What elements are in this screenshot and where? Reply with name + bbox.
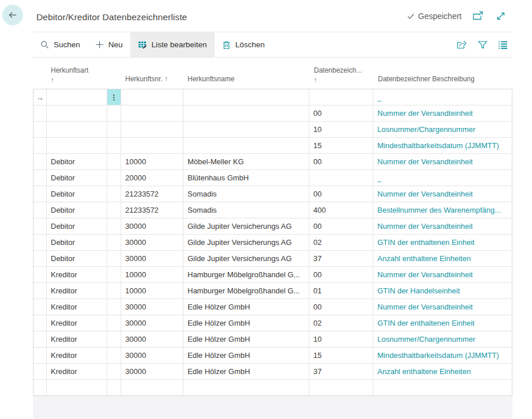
cell-datenbezeichner[interactable]: 15 [309,138,373,154]
cell-herkunftsname[interactable] [183,89,309,105]
cell-herkunftsnr[interactable]: 30000 [121,348,183,364]
row-selector-cell[interactable] [33,218,47,235]
cell-datenbezeichner[interactable]: 02 [309,235,373,251]
cell-herkunftsname[interactable] [183,138,309,154]
cell-beschreibung[interactable]: Nummer der Versandteinheit [373,299,512,315]
row-menu-cell[interactable] [107,105,121,122]
cell-herkunftsname[interactable]: Somadis [183,202,309,218]
cell-herkunftsnr[interactable]: 10000 [121,283,183,299]
cell-herkunftsart[interactable]: Kreditor [47,283,107,299]
cell-herkunftsnr[interactable]: 30000 [121,299,183,315]
row-selector-cell[interactable] [33,202,47,218]
cell-herkunftsname[interactable] [183,122,309,138]
row-selector-cell[interactable] [33,235,47,251]
row-selector-cell[interactable] [33,170,47,186]
cell-herkunftsname[interactable] [183,105,309,122]
cell-herkunftsart[interactable]: Kreditor [47,331,107,348]
beschreibung-link[interactable]: Nummer der Versandteinheit [377,190,473,198]
cell-beschreibung[interactable]: _ [373,170,512,186]
cell-datenbezeichner[interactable]: 00 [309,105,373,122]
cell-herkunftsname[interactable]: Edle Hölzer GmbH [183,348,309,364]
beschreibung-link[interactable]: Nummer der Versandteinheit [377,270,473,279]
cell-datenbezeichner[interactable]: 10 [309,331,373,348]
row-menu-cell[interactable] [107,380,121,396]
cell-beschreibung[interactable]: Losnummer/Chargennummer [373,331,512,348]
cell-herkunftsart[interactable] [47,380,107,396]
cell-datenbezeichner[interactable]: 37 [309,251,373,267]
beschreibung-link[interactable]: Losnummer/Chargennummer [377,335,475,343]
cell-herkunftsart[interactable]: Debitor [47,170,107,186]
cell-herkunftsname[interactable]: Möbel-Meller KG [183,154,309,170]
cell-herkunftsname[interactable]: Gilde Jupiter Versicherungs AG [183,218,309,235]
row-menu-cell[interactable] [107,202,121,218]
cell-beschreibung[interactable]: Anzahl enthaltene Einheiten [373,364,512,380]
row-menu-cell[interactable]: ⋮ [107,89,121,105]
filter-button[interactable] [474,38,491,52]
cell-datenbezeichner[interactable]: 00 [309,299,373,315]
row-selector-cell[interactable] [33,154,47,170]
cell-herkunftsname[interactable]: Edle Hölzer GmbH [183,331,309,348]
cell-herkunftsnr[interactable]: 30000 [121,251,183,267]
cell-herkunftsnr[interactable]: 20000 [121,170,183,186]
cell-herkunftsnr[interactable]: 30000 [121,331,183,348]
list-options-button[interactable] [494,38,511,51]
beschreibung-link[interactable]: GTIN der enthaltenen Einheit [377,319,474,327]
cell-herkunftsnr[interactable]: 30000 [121,315,183,331]
row-more-options-icon[interactable]: ⋮ [111,94,118,101]
cell-herkunftsnr[interactable]: 30000 [121,364,183,380]
row-selector-cell[interactable] [33,364,47,380]
cell-herkunftsart[interactable] [47,122,107,138]
column-header-herkunftsnr[interactable]: Herkunftsnr. ↑ [121,58,183,89]
row-menu-cell[interactable] [107,186,121,202]
cell-datenbezeichner[interactable]: 37 [309,364,373,380]
cell-herkunftsnr[interactable] [121,122,183,138]
row-menu-cell[interactable] [107,364,121,380]
cell-herkunftsname[interactable]: Edle Hölzer GmbH [183,315,309,331]
cell-beschreibung[interactable] [373,380,512,396]
row-menu-cell[interactable] [107,122,121,138]
cell-herkunftsart[interactable]: Kreditor [47,315,107,331]
row-selector-cell[interactable] [33,348,47,364]
share-button[interactable] [453,37,471,52]
row-selector-cell[interactable] [33,122,47,138]
row-selector-cell[interactable] [33,251,47,267]
beschreibung-link[interactable]: Anzahl enthaltene Einheiten [377,367,471,376]
row-menu-cell[interactable] [107,331,121,348]
row-selector-cell[interactable] [33,138,47,154]
cell-datenbezeichner[interactable]: 01 [309,283,373,299]
cell-herkunftsnr[interactable]: 30000 [121,235,183,251]
beschreibung-link[interactable]: GTIN der enthaltenen Einheit [377,238,474,247]
cell-herkunftsnr[interactable] [121,89,183,105]
row-menu-cell[interactable] [107,138,121,154]
cell-herkunftsname[interactable] [183,380,309,396]
cell-herkunftsname[interactable]: Edle Hölzer GmbH [183,299,309,315]
cell-herkunftsart[interactable]: Debitor [47,186,107,202]
row-selector-cell[interactable] [33,380,47,396]
cell-beschreibung[interactable]: Bestellnummer des Warenempfäng... [373,202,512,218]
cell-beschreibung[interactable]: Mindesthaltbarkeitsdatum (JJMMTT) [373,138,512,154]
beschreibung-link[interactable]: Nummer der Versandteinheit [377,222,473,231]
open-in-new-window-button[interactable] [471,10,485,22]
beschreibung-link[interactable]: Anzahl enthaltene Einheiten [377,254,471,263]
cell-datenbezeichner[interactable] [309,170,373,186]
back-button[interactable] [2,5,23,25]
delete-button[interactable]: Löschen [215,32,272,57]
edit-list-button[interactable]: Liste bearbeiten [130,32,215,57]
row-menu-cell[interactable] [107,218,121,235]
beschreibung-link[interactable]: Mindesthaltbarkeitsdatum (JJMMTT) [377,141,499,150]
cell-herkunftsart[interactable]: Kreditor [47,267,107,283]
cell-datenbezeichner[interactable]: 00 [309,186,373,202]
row-selector-cell[interactable] [33,105,47,122]
cell-herkunftsart[interactable]: Kreditor [47,348,107,364]
cell-herkunftsart[interactable]: Kreditor [47,364,107,380]
expand-button[interactable] [494,10,507,22]
cell-datenbezeichner[interactable]: 00 [309,154,373,170]
cell-datenbezeichner[interactable] [309,89,373,105]
row-menu-cell[interactable] [107,299,121,315]
beschreibung-link[interactable]: Nummer der Versandteinheit [377,157,473,166]
cell-beschreibung[interactable]: Anzahl enthaltene Einheiten [373,251,512,267]
row-selector-cell[interactable] [33,331,47,348]
cell-beschreibung[interactable]: Nummer der Versandteinheit [373,218,512,235]
row-selector-cell[interactable] [33,186,47,202]
cell-beschreibung[interactable]: _ [373,89,512,105]
